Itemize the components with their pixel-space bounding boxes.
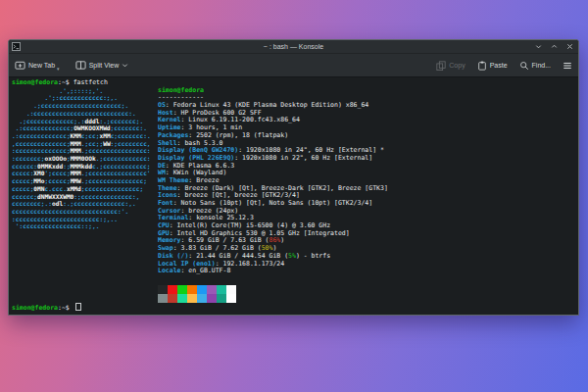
color-swatch [168, 294, 177, 303]
color-swatch [226, 294, 236, 303]
title-bar[interactable]: ~ : bash — Konsole [9, 40, 578, 54]
ascii-art-fedora-logo: .',;::::;,'. .';:cccccccccccc:;,. .;cccc… [12, 87, 158, 230]
color-swatch [158, 285, 168, 294]
konsole-app-icon [12, 42, 21, 51]
info-line: WM: KWin (Wayland) [158, 170, 578, 177]
color-swatch [217, 294, 226, 303]
terminal-cursor [75, 303, 81, 311]
window-title: ~ : bash — Konsole [9, 43, 578, 50]
minimize-icon[interactable] [534, 43, 542, 51]
find-label: Find... [532, 62, 551, 69]
copy-button[interactable]: Copy [436, 61, 465, 71]
split-panes-icon [75, 60, 86, 71]
prompt-suffix: :~$ [58, 78, 74, 86]
color-swatch [207, 294, 217, 303]
color-swatch [177, 285, 187, 294]
split-view-label: Split View [89, 62, 120, 69]
color-swatch [197, 294, 207, 303]
chevron-down-icon [122, 62, 128, 69]
maximize-icon[interactable] [550, 43, 558, 51]
color-swatch [168, 285, 177, 294]
color-swatch [207, 285, 217, 294]
info-line: simon@fedora [158, 87, 578, 95]
toolbar-right-group: Copy Paste Find... [436, 61, 572, 71]
color-swatch [187, 285, 197, 294]
find-button[interactable]: Find... [519, 61, 551, 71]
fastfetch-output: .',;::::;,'. .';:cccccccccccc:;,. .;cccc… [12, 87, 578, 303]
hamburger-menu-icon [563, 61, 572, 71]
menu-button[interactable] [563, 61, 572, 71]
prompt-user: simon@fedora [12, 304, 58, 312]
window-controls [534, 43, 573, 51]
info-line: Locale: en_GB.UTF-8 [158, 268, 578, 275]
tab-plus-icon [15, 60, 25, 71]
color-palette-row [158, 294, 578, 303]
copy-pages-icon [436, 61, 446, 71]
color-swatch [217, 285, 226, 294]
color-swatch [187, 294, 197, 303]
paste-button[interactable]: Paste [477, 61, 508, 71]
close-icon[interactable] [565, 43, 573, 51]
color-palette-row [158, 285, 578, 294]
paste-label: Paste [490, 62, 508, 69]
split-view-button[interactable]: Split View [75, 60, 129, 71]
copy-label: Copy [449, 62, 465, 69]
color-swatch [197, 285, 207, 294]
prompt-user: simon@fedora [12, 78, 58, 86]
new-tab-button[interactable]: New Tab ▾ [15, 60, 61, 71]
magnifier-icon [519, 61, 529, 71]
info-line [158, 275, 578, 283]
konsole-window: ~ : bash — Konsole New Tab ▾ Split View [8, 39, 579, 316]
prompt-suffix: :~$ [58, 304, 74, 312]
terminal-view[interactable]: simon@fedora:~$ fastfetch .',;::::;,'. .… [9, 77, 578, 315]
fastfetch-info: simon@fedora------------OS: Fedora Linux… [158, 87, 578, 303]
new-tab-menu-caret-icon: ▾ [57, 66, 60, 72]
prompt-line-current[interactable]: simon@fedora:~$ [12, 303, 578, 311]
prompt-line-command: simon@fedora:~$ fastfetch [12, 79, 578, 87]
toolbar: New Tab ▾ Split View Copy Paste Find... [9, 54, 578, 77]
clipboard-icon [477, 61, 487, 71]
command-text: fastfetch [74, 78, 108, 86]
color-swatch [226, 285, 236, 294]
color-swatch [177, 294, 187, 303]
color-swatch [158, 294, 168, 303]
new-tab-label: New Tab [28, 62, 55, 69]
